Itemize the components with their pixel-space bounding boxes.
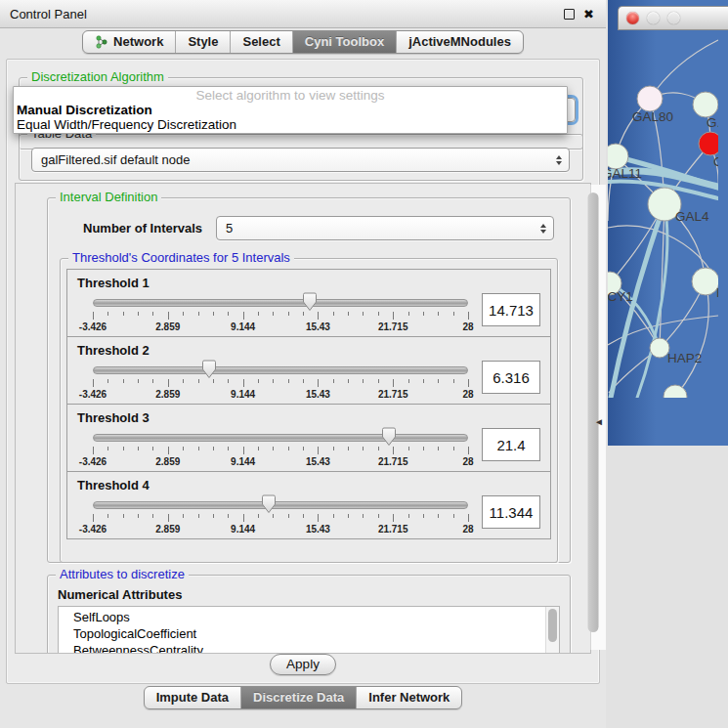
group-title: Discretization Algorithm xyxy=(27,70,168,84)
node-label: GAL4 xyxy=(675,209,709,224)
panel-title: Control Panel xyxy=(10,7,87,21)
cyni-toolbox-panel: Discretization Algorithm Select algorith… xyxy=(6,59,600,684)
control-panel: Control Panel ✖ Network Style Select Cyn… xyxy=(0,0,606,728)
network-icon xyxy=(95,35,108,49)
tab-infer-network[interactable]: Infer Network xyxy=(356,687,461,708)
threshold-label: Threshold 3 xyxy=(77,410,542,425)
node-label: H xyxy=(716,285,718,300)
slider-tick-labels: -3.4262.8599.14415.4321.71528 xyxy=(93,389,468,401)
dropdown-item-equal-width[interactable]: Equal Width/Frequency Discretization xyxy=(14,117,567,132)
slider-ticks xyxy=(93,312,468,321)
slider-tick-labels: -3.4262.8599.14415.4321.71528 xyxy=(93,321,468,333)
tab-network[interactable]: Network xyxy=(83,31,175,53)
threshold-panel: Threshold 2 -3.4262.8599.14415.4321.7152… xyxy=(66,336,551,405)
tab-select[interactable]: Select xyxy=(230,31,291,53)
num-intervals-combobox[interactable]: 5 xyxy=(216,216,554,240)
tab-impute-data[interactable]: Impute Data xyxy=(145,687,240,708)
table-data-group: Table Data galFiltered.sif default node xyxy=(19,134,583,181)
minimize-traffic-light-icon[interactable] xyxy=(647,12,660,24)
tab-style[interactable]: Style xyxy=(175,31,230,53)
slider-thumb-icon[interactable] xyxy=(382,427,397,447)
apply-button[interactable]: Apply xyxy=(270,654,336,675)
slider-track[interactable] xyxy=(93,434,468,442)
threshold-value-field[interactable]: 11.344 xyxy=(482,495,540,529)
threshold-panel: Threshold 1 -3.4262.8599.14415.4321.7152… xyxy=(66,269,551,337)
tab-label: Network xyxy=(113,34,163,49)
float-window-icon[interactable] xyxy=(564,9,575,20)
threshold-label: Threshold 2 xyxy=(77,343,542,358)
bottom-tab-bar: Impute Data Discretize Data Infer Networ… xyxy=(144,686,463,709)
threshold-value-field[interactable]: 14.713 xyxy=(482,293,540,326)
network-canvas[interactable]: GAL80G.CGAL11GAL4GCY1HHAP2 xyxy=(608,0,728,402)
network-node[interactable] xyxy=(693,92,718,117)
attribute-list-item[interactable]: SelfLoops xyxy=(73,609,559,625)
node-label: GAL80 xyxy=(632,109,673,124)
group-title: Attributes to discretize xyxy=(56,568,189,581)
slider-track[interactable] xyxy=(93,299,468,307)
close-icon[interactable]: ✖ xyxy=(583,8,594,21)
threshold-panel: Threshold 4 -3.4262.8599.14415.4321.7152… xyxy=(66,471,551,539)
numerical-attributes-list[interactable]: SelfLoopsTopologicalCoefficientBetweenne… xyxy=(58,606,560,654)
node-label: HAP2 xyxy=(667,351,702,365)
group-title: Threshold's Coordinates for 5 Intervals xyxy=(68,251,294,265)
network-node[interactable] xyxy=(699,132,718,155)
mouse-cursor: ◄ xyxy=(594,416,604,427)
threshold-panel: Threshold 3 -3.4262.8599.14415.4321.7152… xyxy=(66,404,551,472)
node-label: GAL11 xyxy=(608,166,642,181)
dropdown-hint: Select algorithm to view settings xyxy=(14,87,567,103)
slider-tick-labels: -3.4262.8599.14415.4321.71528 xyxy=(93,456,468,468)
threshold-value-field[interactable]: 6.316 xyxy=(482,361,540,394)
algorithm-dropdown-popup: Select algorithm to view settings Manual… xyxy=(13,86,568,134)
table-data-value: galFiltered.sif default node xyxy=(41,152,190,167)
threshold-label: Threshold 1 xyxy=(77,276,542,290)
slider-track[interactable] xyxy=(93,501,468,509)
tab-discretize-data[interactable]: Discretize Data xyxy=(240,687,356,708)
thresholds-group: Threshold's Coordinates for 5 Intervals … xyxy=(60,258,558,563)
zoom-traffic-light-icon[interactable] xyxy=(667,12,680,24)
tab-cyni-toolbox[interactable]: Cyni Toolbox xyxy=(292,31,396,53)
slider-thumb-icon[interactable] xyxy=(262,494,277,514)
slider-thumb-icon[interactable] xyxy=(302,292,317,312)
network-node[interactable] xyxy=(692,268,718,295)
network-node[interactable] xyxy=(637,86,663,111)
numerical-attributes-label: Numerical Attributes xyxy=(58,587,570,602)
slider-ticks xyxy=(93,379,468,388)
slider-thumb-icon[interactable] xyxy=(202,360,217,379)
slider-track[interactable] xyxy=(93,366,468,374)
num-intervals-value: 5 xyxy=(226,221,233,236)
close-traffic-light-icon[interactable] xyxy=(626,12,639,24)
stepper-icon xyxy=(540,224,546,234)
threshold-label: Threshold 4 xyxy=(77,478,542,492)
slider-ticks xyxy=(93,514,468,523)
slider-ticks xyxy=(93,447,468,455)
network-window-titlebar[interactable] xyxy=(618,6,728,30)
control-panel-titlebar: Control Panel ✖ xyxy=(0,0,606,28)
network-node[interactable] xyxy=(664,385,687,398)
attributes-group: Attributes to discretize Numerical Attri… xyxy=(47,575,571,654)
interval-definition-group: Interval Definition Number of Intervals … xyxy=(47,197,571,563)
stepper-icon xyxy=(556,155,562,165)
attribute-list-item[interactable]: BetweennessCentrality xyxy=(73,642,559,654)
num-intervals-label: Number of Intervals xyxy=(83,221,202,236)
settings-scrollpane: Interval Definition Number of Intervals … xyxy=(15,183,591,654)
threshold-value-field[interactable]: 21.4 xyxy=(482,428,540,461)
threshold-slider[interactable]: -3.4262.8599.14415.4321.71528 xyxy=(93,492,468,535)
tab-jactivemnodules[interactable]: jActiveMNodules xyxy=(396,31,523,53)
threshold-slider[interactable]: -3.4262.8599.14415.4321.71528 xyxy=(93,425,468,468)
table-data-combobox[interactable]: galFiltered.sif default node xyxy=(31,148,570,172)
node-label: C xyxy=(713,154,718,169)
attribute-list-item[interactable]: TopologicalCoefficient xyxy=(73,625,559,642)
network-node[interactable] xyxy=(650,338,669,358)
top-tab-bar: Network Style Select Cyni Toolbox jActiv… xyxy=(82,30,524,54)
slider-tick-labels: -3.4262.8599.14415.4321.71528 xyxy=(93,524,468,535)
node-label: GCY1 xyxy=(608,289,633,304)
network-window: GAL80G.CGAL11GAL4GCY1HHAP2 xyxy=(608,0,728,446)
node-label: G. xyxy=(707,115,718,130)
group-title: Interval Definition xyxy=(56,191,161,204)
threshold-slider[interactable]: -3.4262.8599.14415.4321.71528 xyxy=(93,358,468,401)
dropdown-item-manual-discretization[interactable]: Manual Discretization xyxy=(14,103,567,117)
list-scrollbar[interactable] xyxy=(545,607,559,654)
threshold-slider[interactable]: -3.4262.8599.14415.4321.71528 xyxy=(93,290,468,333)
